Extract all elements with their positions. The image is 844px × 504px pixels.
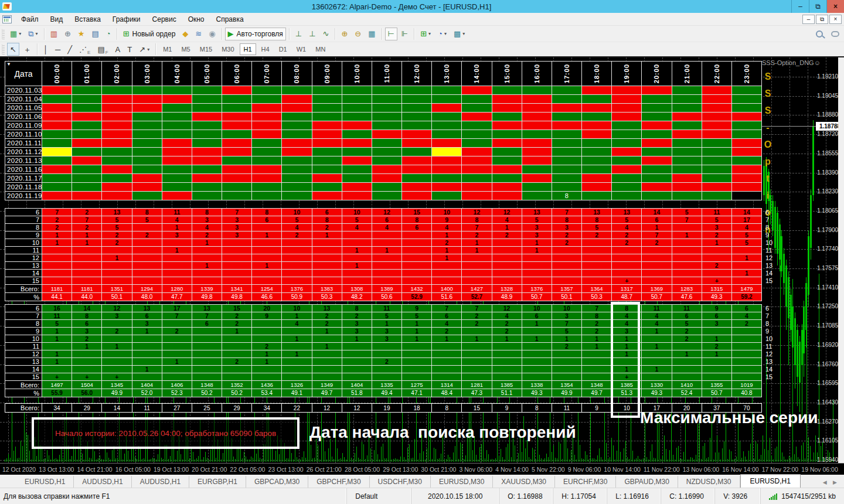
periods-dropdown-icon[interactable]: ▾ <box>444 31 447 36</box>
chart-tab-EURUSD-H1[interactable]: EURUSD,H1 <box>16 476 74 488</box>
templates-dropdown-icon[interactable]: ▾ <box>462 31 465 36</box>
menu-item-Графики[interactable]: Графики <box>107 13 147 25</box>
auto-scroll-button[interactable]: ⊢ <box>385 28 397 40</box>
timeframe-M30[interactable]: M30 <box>217 43 238 55</box>
arrow-objects-tool-button[interactable]: ↗▾ <box>136 43 152 56</box>
series-cell <box>522 254 552 261</box>
arrow-objects-dropdown-icon[interactable]: ▾ <box>147 47 149 52</box>
depth-of-market-button[interactable]: ≋ <box>192 28 205 40</box>
text-tool-button[interactable]: A <box>113 43 124 56</box>
restore-button[interactable]: ⧉ <box>809 0 826 13</box>
menu-item-Файл[interactable]: Файл <box>15 13 45 25</box>
heatmap-cell <box>132 192 162 200</box>
periods-button[interactable]: ◔▾ <box>435 28 450 40</box>
timeframe-H4[interactable]: H4 <box>257 43 274 55</box>
fibonacci-tool-button[interactable]: ▤F <box>94 43 111 56</box>
timeframe-M15[interactable]: M15 <box>196 43 216 55</box>
chart-tab-NZDUSD-M30[interactable]: NZDUSD,M30 <box>678 476 740 488</box>
timeframe-M1[interactable]: M1 <box>159 43 176 55</box>
data-window-button[interactable]: ⊕ <box>62 28 74 40</box>
bottom-totals-cell: 9 <box>582 404 611 412</box>
chart-tab-GBPCHF-M30[interactable]: GBPCHF,M30 <box>308 476 369 488</box>
search-icon[interactable] <box>816 30 823 38</box>
series-cell: 15 <box>222 305 251 312</box>
menu-item-Окно[interactable]: Окно <box>182 13 210 25</box>
volume-bar <box>122 459 123 462</box>
zoom-in-button[interactable]: ⊕ <box>338 28 350 40</box>
timeframe-D1[interactable]: D1 <box>275 43 291 55</box>
line-chart-mode-button[interactable]: ∿ <box>320 28 332 40</box>
chart-area[interactable]: SSS-Option_DNG☺ SSS-Option 1.18788 Начал… <box>0 57 844 463</box>
timeframe-W1[interactable]: W1 <box>292 43 311 55</box>
text-label-tool-button[interactable]: T <box>124 43 135 56</box>
chat-icon[interactable] <box>831 31 839 37</box>
new-chart-button[interactable]: ▦▾ <box>7 28 24 40</box>
menu-item-Вид[interactable]: Вид <box>45 13 69 25</box>
market-watch-button[interactable]: ▥ <box>47 28 60 40</box>
terminal-button[interactable]: ▤ <box>89 28 101 40</box>
close-button[interactable]: × <box>826 0 844 13</box>
trend-line-tool-button[interactable]: ╱ <box>64 43 75 56</box>
chart-tab-EURCHF-M30[interactable]: EURCHF,M30 <box>555 476 616 488</box>
horizontal-line-tool-button[interactable]: ─ <box>52 43 63 56</box>
cursor-tool-button[interactable]: ↖ <box>7 43 19 56</box>
chart-tab-GBPAUD-M30[interactable]: GBPAUD,M30 <box>616 476 678 488</box>
autotrading-button[interactable]: ▶Авто-торговля <box>225 28 286 40</box>
navigator-button[interactable]: ★ <box>75 28 88 40</box>
heatmap-cell <box>192 139 222 147</box>
templates-button[interactable]: ▩▾ <box>451 28 468 40</box>
profiles-button[interactable]: ⧉▾ <box>25 28 40 40</box>
series-cell <box>672 270 702 277</box>
child-minimize-button[interactable]: – <box>802 15 815 24</box>
strategy-tester-button[interactable]: ◔ <box>103 28 114 40</box>
menu-item-Вставка[interactable]: Вставка <box>69 13 107 25</box>
volume-bar <box>771 455 772 462</box>
menu-item-Сервис[interactable]: Сервис <box>147 13 182 25</box>
chart-tab-EURUSD-H1[interactable]: EURUSD,H1 <box>740 474 801 488</box>
heatmap-cell <box>42 148 72 156</box>
tab-scroll-left-icon[interactable]: ◀ <box>823 479 829 485</box>
equidistant-channel-tool-button[interactable]: ⋰E <box>76 43 93 56</box>
sort-triangle-icon[interactable]: ▼ <box>6 62 11 67</box>
chart-tab-EURGBP-H1[interactable]: EURGBP,H1 <box>189 476 246 488</box>
chart-shift-button[interactable]: ⊩ <box>399 28 411 40</box>
profiles-dropdown-icon[interactable]: ▾ <box>36 31 38 36</box>
chart-tab-GBPCAD-M30[interactable]: GBPCAD,M30 <box>246 476 308 488</box>
zoom-out-button[interactable]: ⊖ <box>352 28 364 40</box>
series-cell: 3 <box>522 224 552 231</box>
heatmap-cell <box>312 148 342 156</box>
indicators-button[interactable]: ⊞▾ <box>417 28 434 40</box>
volume-bar <box>314 458 315 462</box>
child-close-button[interactable]: × <box>829 15 842 24</box>
heatmap-cell <box>312 104 342 112</box>
crosshair-tool-button[interactable]: ＋ <box>21 43 34 56</box>
chart-tab-AUDUSD-H1[interactable]: AUDUSD,H1 <box>74 476 131 488</box>
bar-chart-mode-button[interactable]: ⊥ <box>292 28 305 40</box>
new-chart-dropdown-icon[interactable]: ▾ <box>19 31 21 36</box>
volume-bar <box>522 452 522 462</box>
tile-windows-button[interactable]: ▦ <box>365 28 378 40</box>
vertical-line-tool-button[interactable]: │ <box>40 43 51 56</box>
heatmap-cell <box>702 86 731 94</box>
new-order-button[interactable]: ⊞Новый ордер <box>120 28 179 40</box>
chart-tab-XAUUSD-M30[interactable]: XAUUSD,M30 <box>493 476 555 488</box>
heatmap-cell <box>372 174 401 182</box>
indicators-dropdown-icon[interactable]: ▾ <box>428 31 431 36</box>
timeframe-MN[interactable]: MN <box>311 43 329 55</box>
chart-tab-AUDUSD-H1[interactable]: AUDUSD,H1 <box>132 476 189 488</box>
timeframe-M5[interactable]: M5 <box>177 43 194 55</box>
chart-tab-EURUSD-M30[interactable]: EURUSD,M30 <box>431 476 493 488</box>
candlestick-mode-button[interactable]: ⊥ <box>306 28 318 40</box>
chart-tab-USDCHF-M30[interactable]: USDCHF,M30 <box>370 476 431 488</box>
menu-item-Справка[interactable]: Справка <box>210 13 250 25</box>
tab-scroll-right-icon[interactable]: ▶ <box>833 479 839 485</box>
status-profile[interactable]: Default <box>346 488 411 504</box>
heatmap-hour-header: 01:00 <box>72 62 101 86</box>
signals-button[interactable]: ◉ <box>206 28 218 40</box>
timeframe-H1[interactable]: H1 <box>240 43 256 55</box>
series-cell <box>672 254 702 261</box>
series-cell <box>132 335 162 342</box>
minimize-button[interactable]: – <box>791 0 809 13</box>
child-restore-button[interactable]: ⧉ <box>816 15 828 24</box>
one-click-trading-button[interactable]: ◆ <box>179 28 191 40</box>
